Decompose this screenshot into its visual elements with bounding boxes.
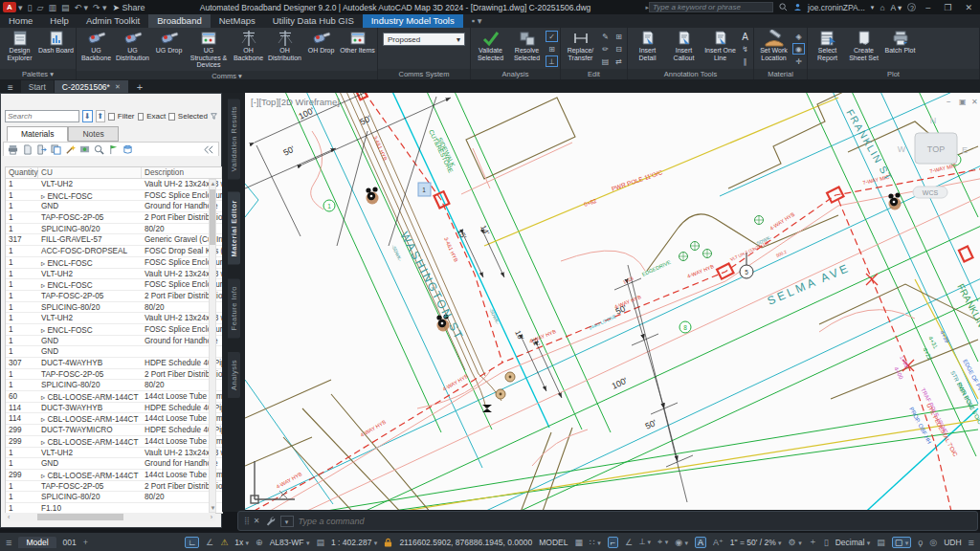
document-icon[interactable] xyxy=(22,144,33,155)
restore-button[interactable]: ❐ xyxy=(940,3,955,12)
exact-checkbox[interactable] xyxy=(138,113,145,121)
zoom-factor[interactable]: 1x ▾ xyxy=(234,538,249,547)
isometric-drafting-icon[interactable]: ⟂ ▾ xyxy=(639,537,651,547)
table-row[interactable]: 1ACC-FOSC-DROPSEALFOSC Drop Seal Kits (1… xyxy=(6,246,222,257)
table-row[interactable]: 307DUCT-4WAYHYBHDPE Schedule 40 Pipe (1) xyxy=(6,358,222,369)
layers-small-icon[interactable]: ⊞ xyxy=(546,43,558,55)
drawing-canvas[interactable]: 1 8 6 5 1 100' 50' 50' 15' 14' 16' 11' 5… xyxy=(245,93,980,510)
autoscale-icon[interactable]: A⁺ xyxy=(713,538,724,547)
text-tool-icon[interactable]: A xyxy=(739,31,751,42)
table-row[interactable]: 1TAP-FOSC-2P-052 Port Fiber Distribution… xyxy=(6,369,222,381)
create-sheet-set-button[interactable]: Create Sheet Set xyxy=(846,29,881,62)
search-up-button[interactable]: ⬆ xyxy=(96,110,106,122)
customize-wrench-icon[interactable] xyxy=(265,516,276,526)
viewport-restore-icon[interactable]: ▣ xyxy=(959,98,967,106)
object-snap-icon[interactable]: ◉ ▾ xyxy=(675,538,688,547)
table-row[interactable]: 1SPLICING-80/2080/20 xyxy=(6,302,222,314)
table-row[interactable]: 1GNDGround for Handhole xyxy=(6,336,222,347)
dashboard-button[interactable]: Dash Board xyxy=(38,29,74,55)
leader-icon[interactable]: ↯ xyxy=(739,43,751,55)
pole-check-small-icon[interactable]: ⟂ xyxy=(546,55,558,67)
new-tab-button[interactable]: + xyxy=(129,80,150,93)
filter-checkbox[interactable] xyxy=(108,113,115,121)
wcs-menu[interactable]: WCS xyxy=(923,189,939,196)
undo-icon[interactable]: ↶ ▾ xyxy=(74,3,88,12)
new-file-icon[interactable]: ▯ xyxy=(28,3,33,12)
command-line[interactable]: ⣿ ✕ ▾ xyxy=(237,511,978,531)
col-description[interactable]: Description xyxy=(142,167,222,178)
materials-search-input[interactable] xyxy=(5,110,79,122)
material-pick-icon[interactable]: ◉ xyxy=(792,43,805,55)
selected-checkbox[interactable] xyxy=(168,113,175,121)
scroll-down-icon[interactable]: ▼ xyxy=(210,504,216,512)
insert-detail-button[interactable]: Insert Detail xyxy=(630,29,665,62)
table-row[interactable]: 1TAP-FOSC-2P-052 Port Fiber Distribution… xyxy=(6,291,222,302)
layout-menu-icon[interactable]: ≡ xyxy=(6,537,11,548)
tab-help[interactable]: Help xyxy=(41,14,78,28)
file-tab-document[interactable]: C-20251506*✕ xyxy=(55,80,128,93)
quick-properties-icon[interactable]: ▤ xyxy=(877,538,885,547)
snap-mode-icon[interactable]: ∠ xyxy=(206,538,213,547)
units-dropdown[interactable]: Decimal ▾ xyxy=(835,538,871,547)
viewcube-east[interactable]: E xyxy=(962,145,968,155)
insert-one-line-button[interactable]: Insert One Line xyxy=(702,29,738,62)
help-icon[interactable]: ? xyxy=(907,3,916,11)
comms-system-dropdown[interactable]: Proposed▾ xyxy=(383,33,465,46)
col-cu[interactable]: CU xyxy=(38,167,142,178)
table-row[interactable]: 1▹ ENCL-FOSCFOSC Splice Enclosure for H xyxy=(6,257,222,269)
table-vertical-scrollbar[interactable]: ▲ ▼ xyxy=(209,179,216,513)
ug-distribution-button[interactable]: UG Distribution xyxy=(115,29,150,62)
minimize-button[interactable]: – xyxy=(922,3,934,12)
model-tab[interactable]: Model xyxy=(18,537,56,548)
filter-funnel-icon[interactable] xyxy=(211,112,217,121)
viewcube-north[interactable]: N xyxy=(930,116,937,125)
design-explorer-button[interactable]: Design Explorer xyxy=(2,29,37,62)
zoom-to-icon[interactable] xyxy=(94,144,104,155)
table-row[interactable]: 299▹ CBL-LOOSE-ARM-144CT144ct Loose Tube… xyxy=(6,470,222,481)
tab-industry-model-tools[interactable]: Industry Model Tools xyxy=(363,14,463,28)
grid-display-icon[interactable]: ∟ xyxy=(185,537,199,548)
search-down-button[interactable]: ⬇ xyxy=(82,110,93,122)
grid-icon[interactable]: ▦ xyxy=(574,538,583,547)
insert-callout-button[interactable]: Insert Callout xyxy=(666,29,702,62)
units-sheet-icon[interactable]: ▯ xyxy=(824,538,829,547)
replace-transfer-button[interactable]: Replace/ Transfer xyxy=(563,29,598,62)
validate-selected-button[interactable]: Validate Selected xyxy=(473,29,508,62)
table-row[interactable]: 1GNDGround for Handhole xyxy=(6,201,222,212)
infer-constraints-icon[interactable]: ⚠ xyxy=(220,538,228,547)
viewport-scale[interactable]: 1 : 402.287 ▾ xyxy=(331,538,377,547)
ug-backbone-button[interactable]: UG Backbone xyxy=(78,29,114,62)
table-row[interactable]: 1VLT-UH2Vault UH-2 13x24x18 with 2 xyxy=(6,179,222,190)
scroll-up-icon[interactable]: ▲ xyxy=(210,180,216,187)
annotation-scale[interactable]: 1" = 50' / 2% ▾ xyxy=(730,538,782,547)
oh-drop-button[interactable]: OH Drop xyxy=(303,29,339,55)
scroll-right-icon[interactable]: › xyxy=(208,514,215,520)
table-row[interactable]: 1GNDGround for Handhole xyxy=(6,458,222,470)
tab-netmaps[interactable]: NetMaps xyxy=(211,14,264,28)
file-tab-start[interactable]: Start xyxy=(21,80,54,93)
select-report-button[interactable]: Select Report xyxy=(810,29,845,62)
flag-icon[interactable] xyxy=(108,144,119,155)
search-icon[interactable] xyxy=(779,3,788,11)
table-row[interactable]: 60▹ CBL-LOOSE-ARM-144CT144ct Loose Tube … xyxy=(6,391,222,403)
wand-icon[interactable] xyxy=(65,144,76,155)
table-row[interactable]: 1VLT-UH2Vault UH-2 13x24x18 with 2 xyxy=(6,448,222,459)
table-row[interactable]: 1▹ ENCL-FOSCFOSC Splice Enclosure for H xyxy=(6,324,222,336)
file-tab-menu-icon[interactable]: ≡ xyxy=(0,82,21,93)
set-work-location-button[interactable]: Set Work Location xyxy=(756,29,791,62)
material-flag-icon[interactable]: ◈ xyxy=(792,31,805,42)
table-row[interactable]: 1SPLICING-80/2080/20 xyxy=(6,224,222,235)
table-row[interactable]: 1VLT-UH2Vault UH-2 13x24x18 with 2 xyxy=(6,269,222,280)
tab-home[interactable]: Home xyxy=(0,14,41,28)
command-input[interactable] xyxy=(299,517,971,526)
database-icon[interactable] xyxy=(122,144,133,155)
user-dropdown-icon[interactable]: ▾ xyxy=(871,4,875,11)
side-tab-material-editor[interactable]: Material Editor xyxy=(228,192,240,265)
validate-small-icon[interactable]: ✓ xyxy=(546,31,558,42)
match-props-icon[interactable]: ✎ xyxy=(599,31,612,42)
highlight-icon[interactable]: ✏ xyxy=(599,43,612,55)
close-button[interactable]: ✕ xyxy=(961,3,976,12)
print-preview-icon[interactable] xyxy=(79,144,90,155)
redo-icon[interactable]: ↷ ▾ xyxy=(93,3,107,12)
qat-dropdown-icon[interactable]: ▾ xyxy=(18,3,23,12)
